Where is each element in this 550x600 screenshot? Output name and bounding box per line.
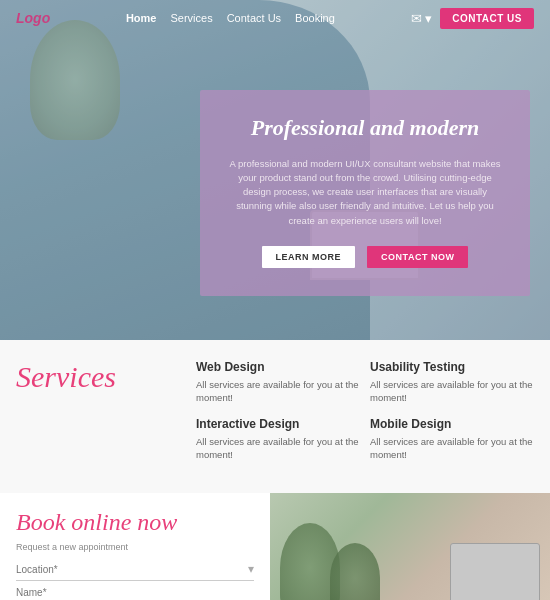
name-input-row[interactable] [16,587,254,600]
service-item-mobile: Mobile Design All services are available… [370,417,534,474]
contact-now-button[interactable]: CONTACT NOW [367,246,468,268]
location-input-row[interactable]: ▾ [16,562,254,581]
service-item-usability: Usability Testing All services are avail… [370,360,534,417]
services-title: Services [16,360,196,393]
booking-photo [270,493,550,600]
hero-title: Professional and modern [228,114,502,143]
nav-home[interactable]: Home [126,12,157,24]
navbar: Logo Home Services Contact Us Booking ✉ … [0,0,550,36]
services-left: Services [16,360,196,473]
location-input[interactable] [16,564,248,575]
booking-title: Book online now [16,509,254,536]
service-item-interactive: Interactive Design All services are avai… [196,417,360,474]
photo-plant2 [330,543,380,600]
service-desc-mobile: All services are available for you at th… [370,435,534,462]
nav-booking[interactable]: Booking [295,12,335,24]
name-input[interactable] [16,587,254,598]
booking-left: Book online now Request a new appointmen… [0,493,270,600]
service-desc-usability: All services are available for you at th… [370,378,534,405]
nav-right: ✉ ▾ CONTACT US [411,8,534,29]
booking-photo-bg [270,493,550,600]
contact-us-button[interactable]: CONTACT US [440,8,534,29]
nav-contact[interactable]: Contact Us [227,12,281,24]
hero-section: Professional and modern A professional a… [0,0,550,340]
service-desc-interactive: All services are available for you at th… [196,435,360,462]
services-grid: Web Design All services are available fo… [196,360,534,473]
service-name-usability: Usability Testing [370,360,534,374]
service-name-mobile: Mobile Design [370,417,534,431]
service-item-web-design: Web Design All services are available fo… [196,360,360,417]
nav-services[interactable]: Services [170,12,212,24]
dropdown-arrow-icon: ▾ [248,562,254,576]
hero-card: Professional and modern A professional a… [200,90,530,296]
logo: Logo [16,10,50,26]
booking-subtitle: Request a new appointment [16,542,254,552]
service-name-interactive: Interactive Design [196,417,360,431]
services-section: Services Web Design All services are ava… [0,340,550,493]
photo-laptop2 [450,543,540,600]
nav-links: Home Services Contact Us Booking [126,12,335,24]
service-desc-web-design: All services are available for you at th… [196,378,360,405]
learn-more-button[interactable]: LEARN MORE [262,246,356,268]
hero-buttons: LEARN MORE CONTACT NOW [228,246,502,268]
booking-section: Book online now Request a new appointmen… [0,493,550,600]
service-name-web-design: Web Design [196,360,360,374]
hero-description: A professional and modern UI/UX consulta… [228,157,502,228]
language-icon[interactable]: ✉ ▾ [411,11,433,26]
